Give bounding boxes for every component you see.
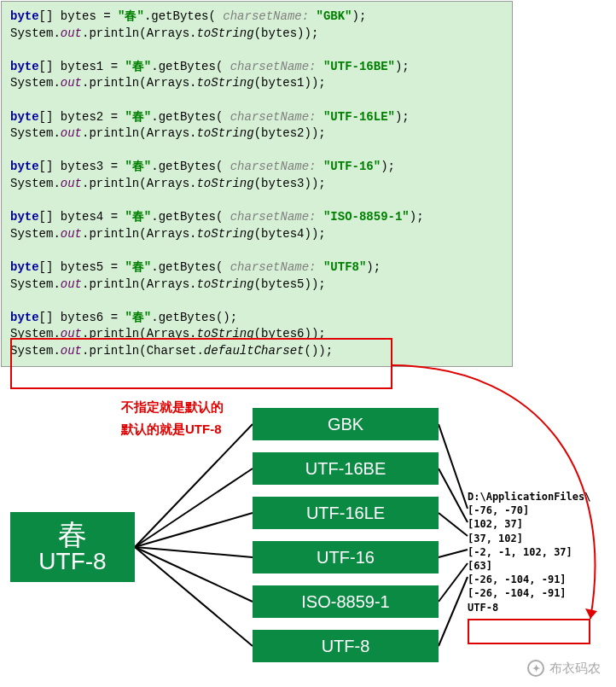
highlight-default-charset-code — [10, 338, 392, 389]
source-char: 春 — [58, 520, 87, 549]
source-encoding: UTF-8 — [38, 549, 106, 575]
keyword-byte: byte — [10, 9, 39, 23]
output-line: [102, 37] — [468, 517, 591, 531]
svg-line-9 — [439, 550, 468, 557]
enc-node-utf8: UTF-8 — [253, 630, 439, 662]
svg-line-11 — [439, 577, 468, 646]
code-line: byte[] bytes1 = "春".getBytes( charsetNam… — [10, 59, 503, 76]
wechat-icon: ✦ — [527, 660, 544, 677]
output-line: [63] — [468, 559, 591, 573]
output-line: [-2, -1, 102, 37] — [468, 545, 591, 559]
code-line: System.out.println(Arrays.toString(bytes… — [10, 26, 503, 43]
code-line: byte[] bytes = "春".getBytes( charsetName… — [10, 9, 503, 26]
svg-line-8 — [439, 513, 468, 536]
output-line: [37, 102] — [468, 532, 591, 545]
code-line: byte[] bytes6 = "春".getBytes(); — [10, 310, 503, 327]
enc-node-utf16be: UTF-16BE — [253, 452, 439, 485]
enc-node-utf16le: UTF-16LE — [253, 497, 439, 529]
svg-line-5 — [135, 547, 253, 646]
svg-line-1 — [135, 469, 253, 547]
code-block: byte[] bytes = "春".getBytes( charsetName… — [1, 1, 513, 367]
output-header: D:\ApplicationFiles\ — [468, 490, 591, 504]
code-line: byte[] bytes5 = "春".getBytes( charsetNam… — [10, 259, 503, 277]
output-line: [-76, -70] — [468, 504, 591, 517]
source-node: 春 UTF-8 — [10, 512, 135, 582]
output-line: [-26, -104, -91] — [468, 573, 591, 586]
enc-node-gbk: GBK — [253, 408, 439, 440]
console-output: D:\ApplicationFiles\ [-76, -70] [102, 37… — [468, 490, 591, 614]
code-line: System.out.println(Arrays.toString(bytes… — [10, 176, 503, 193]
watermark: ✦ 布衣码农 — [527, 660, 601, 677]
output-line: UTF-8 — [468, 601, 591, 614]
enc-node-utf16: UTF-16 — [253, 541, 439, 573]
code-line: System.out.println(Arrays.toString(bytes… — [10, 226, 503, 243]
highlight-default-charset-output — [468, 619, 590, 644]
enc-node-iso88591: ISO-8859-1 — [253, 585, 439, 618]
code-line: byte[] bytes3 = "春".getBytes( charsetNam… — [10, 159, 503, 176]
code-line: System.out.println(Arrays.toString(bytes… — [10, 277, 503, 294]
code-line: byte[] bytes2 = "春".getBytes( charsetNam… — [10, 109, 503, 126]
svg-line-2 — [135, 513, 253, 547]
watermark-text: 布衣码农 — [549, 661, 601, 677]
code-line: System.out.println(Arrays.toString(bytes… — [10, 75, 503, 92]
output-line: [-26, -104, -91] — [468, 586, 591, 600]
svg-line-10 — [439, 563, 468, 602]
code-line: System.out.println(Arrays.toString(bytes… — [10, 125, 503, 143]
code-line: byte[] bytes4 = "春".getBytes( charsetNam… — [10, 209, 503, 226]
svg-line-0 — [135, 424, 253, 547]
